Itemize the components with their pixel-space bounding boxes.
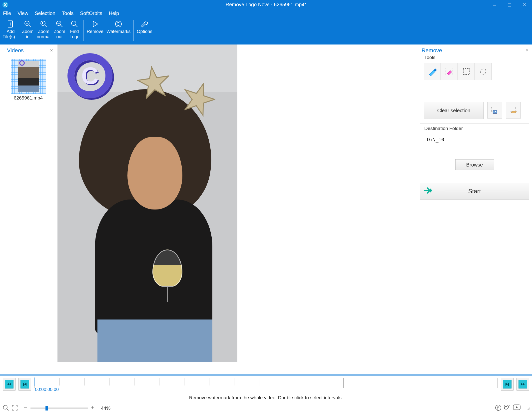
play-icon — [91, 20, 99, 28]
svg-rect-11 — [463, 68, 469, 74]
rectangle-select-tool[interactable] — [458, 63, 475, 80]
next-frame-button[interactable] — [501, 378, 514, 390]
copyright-mark-icon — [19, 60, 25, 66]
svg-rect-13 — [493, 110, 497, 114]
start-button[interactable]: Start — [420, 183, 529, 200]
twitter-icon[interactable] — [504, 404, 511, 412]
zoom-normal-button[interactable]: Zoom normal — [35, 18, 52, 40]
fullscreen-icon[interactable] — [11, 404, 18, 412]
copyright-icon — [114, 20, 122, 28]
title-bar: Remove Logo Now! - 6265961.mp4* — [0, 0, 532, 9]
preview-canvas[interactable]: C — [56, 44, 417, 374]
menu-bar: File View Selection Tools SoftOrbits Hel… — [0, 9, 532, 18]
watermarks-button[interactable]: Watermarks — [105, 18, 132, 35]
close-icon[interactable]: × — [526, 48, 529, 53]
remove-button[interactable]: Remove — [85, 18, 105, 35]
zoom-out-icon — [55, 20, 63, 28]
video-thumbnail-image — [11, 59, 46, 94]
zoom-in-button[interactable]: Zoom in — [20, 18, 35, 40]
menu-tools[interactable]: Tools — [62, 10, 74, 16]
tools-fieldset: Tools Clear selection — [420, 58, 529, 124]
timeline-hint: Remove watermark from the whole video. D… — [34, 393, 498, 400]
remove-panel-title: Remove — [422, 47, 442, 54]
facebook-icon[interactable] — [495, 404, 502, 412]
watermark-copyright-icon: C — [67, 53, 112, 98]
menu-help[interactable]: Help — [109, 10, 119, 16]
window-title: Remove Logo Now! - 6265961.mp4* — [226, 2, 307, 8]
video-frame: C — [57, 44, 237, 362]
load-selection-button[interactable] — [506, 102, 521, 118]
zoom-track[interactable] — [30, 408, 88, 409]
eraser-tool[interactable] — [441, 63, 458, 80]
add-file-icon — [7, 20, 15, 28]
toolbar-label: in — [26, 34, 29, 40]
close-button[interactable] — [517, 0, 532, 9]
skip-back-button[interactable] — [3, 378, 15, 390]
tools-legend: Tools — [423, 55, 437, 60]
svg-rect-15 — [510, 107, 516, 112]
menu-view[interactable]: View — [17, 10, 28, 16]
svg-marker-8 — [136, 65, 171, 99]
button-label: Browse — [466, 162, 483, 168]
svg-rect-16 — [23, 383, 24, 386]
toolbar-label: Remove — [87, 29, 103, 34]
youtube-icon[interactable] — [513, 404, 521, 412]
zoom-percent: 44% — [101, 406, 110, 411]
wrench-icon — [140, 20, 148, 28]
toolbar-label: Add — [6, 29, 14, 34]
marker-tool[interactable] — [424, 63, 441, 80]
menu-file[interactable]: File — [3, 10, 11, 16]
svg-point-7 — [115, 21, 121, 27]
destination-fieldset: Destination Folder Browse — [420, 129, 529, 175]
toolbar-label: Find — [70, 29, 79, 34]
fit-window-icon[interactable] — [2, 404, 9, 412]
zoom-minus-icon[interactable] — [23, 406, 28, 411]
clear-selection-button[interactable]: Clear selection — [424, 102, 484, 119]
browse-button[interactable]: Browse — [455, 159, 494, 170]
timeline-playhead[interactable] — [34, 378, 34, 386]
svg-point-18 — [3, 405, 7, 409]
star-icon — [135, 64, 172, 100]
video-thumb[interactable]: 6265961.mp4 — [11, 59, 46, 101]
timeline-timecode: 00:00:00 00 — [35, 387, 59, 392]
timeline-track[interactable]: 00:00:00 00 Remove watermark from the wh… — [34, 376, 498, 402]
svg-rect-17 — [508, 383, 509, 386]
prev-frame-button[interactable] — [18, 378, 31, 390]
svg-point-6 — [71, 21, 76, 26]
arrow-right-icon — [424, 187, 433, 196]
svg-rect-14 — [495, 111, 496, 112]
zoom-in-icon — [24, 20, 32, 28]
menu-selection[interactable]: Selection — [35, 10, 55, 16]
options-button[interactable]: Options — [135, 18, 154, 35]
zoom-plus-icon[interactable] — [90, 406, 95, 411]
toolbar-separator — [133, 20, 134, 41]
toolbar-label: normal — [37, 34, 50, 40]
video-thumb-list: 6265961.mp4 — [0, 56, 56, 103]
close-icon[interactable]: × — [50, 48, 53, 53]
zoom-knob[interactable] — [45, 406, 48, 410]
maximize-button[interactable] — [502, 0, 517, 9]
toolbar-label: Logo — [69, 34, 79, 40]
remove-panel-header: Remove × — [417, 44, 532, 56]
destination-folder-input[interactable] — [424, 134, 525, 154]
skip-forward-button[interactable] — [517, 378, 529, 390]
freehand-select-tool[interactable] — [475, 63, 492, 80]
zoom-out-button[interactable]: Zoom out — [52, 18, 67, 40]
button-label: Clear selection — [437, 108, 470, 114]
toolbar-label: Zoom — [38, 29, 49, 34]
button-label: Start — [468, 188, 481, 195]
remove-panel: Remove × Tools Clear — [417, 44, 532, 374]
toolbar-label: Options — [137, 29, 152, 34]
find-logo-button[interactable]: Find Logo — [67, 18, 82, 40]
zoom-slider[interactable]: 44% — [23, 406, 110, 411]
minimize-button[interactable] — [487, 0, 502, 9]
main-area: Videos × 6265961.mp4 — [0, 44, 532, 374]
timeline-ruler — [34, 378, 498, 386]
videos-panel-header: Videos × — [0, 44, 56, 56]
add-files-button[interactable]: Add File(s)... — [1, 18, 20, 40]
destination-legend: Destination Folder — [423, 126, 464, 131]
resize-grip[interactable] — [526, 406, 530, 410]
menu-softorbits[interactable]: SoftOrbits — [80, 10, 102, 16]
svg-rect-1 — [508, 3, 511, 6]
save-selection-button[interactable] — [487, 102, 502, 118]
